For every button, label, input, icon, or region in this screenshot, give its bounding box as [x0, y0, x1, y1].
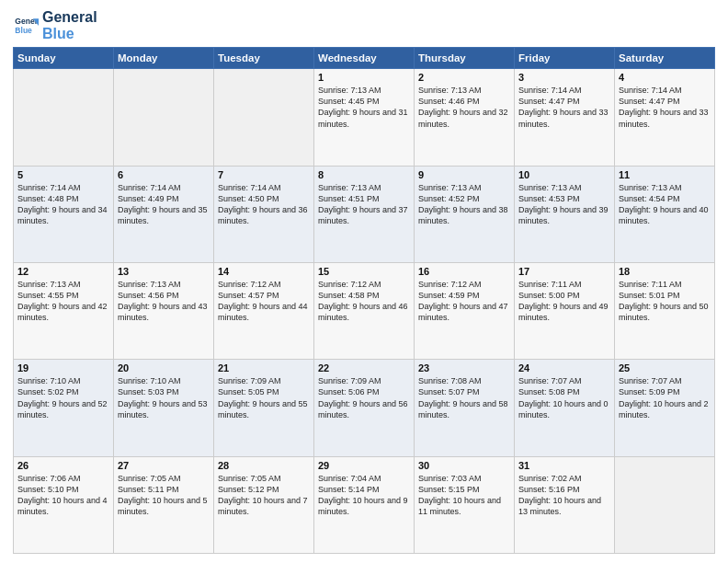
day-cell: 6Sunrise: 7:14 AM Sunset: 4:49 PM Daylig…	[114, 166, 214, 262]
day-cell: 14Sunrise: 7:12 AM Sunset: 4:57 PM Dayli…	[214, 262, 314, 359]
day-info: Sunrise: 7:06 AM Sunset: 5:10 PM Dayligh…	[17, 473, 109, 518]
week-row-3: 12Sunrise: 7:13 AM Sunset: 4:55 PM Dayli…	[14, 262, 715, 359]
day-info: Sunrise: 7:13 AM Sunset: 4:56 PM Dayligh…	[118, 279, 210, 324]
day-info: Sunrise: 7:10 AM Sunset: 5:02 PM Dayligh…	[17, 375, 109, 420]
day-info: Sunrise: 7:13 AM Sunset: 4:54 PM Dayligh…	[619, 182, 711, 227]
weekday-header-saturday: Saturday	[615, 48, 715, 69]
day-number: 11	[619, 169, 711, 180]
day-info: Sunrise: 7:10 AM Sunset: 5:03 PM Dayligh…	[118, 375, 210, 420]
day-number: 27	[118, 460, 210, 471]
day-info: Sunrise: 7:02 AM Sunset: 5:16 PM Dayligh…	[518, 473, 610, 518]
day-number: 28	[218, 460, 310, 471]
day-info: Sunrise: 7:13 AM Sunset: 4:45 PM Dayligh…	[318, 85, 410, 130]
day-info: Sunrise: 7:14 AM Sunset: 4:50 PM Dayligh…	[218, 182, 310, 227]
day-number: 7	[218, 169, 310, 180]
day-info: Sunrise: 7:14 AM Sunset: 4:47 PM Dayligh…	[619, 85, 711, 130]
day-info: Sunrise: 7:07 AM Sunset: 5:09 PM Dayligh…	[619, 375, 711, 420]
calendar-table: SundayMondayTuesdayWednesdayThursdayFrid…	[13, 47, 715, 554]
day-cell: 5Sunrise: 7:14 AM Sunset: 4:48 PM Daylig…	[14, 166, 114, 262]
day-info: Sunrise: 7:05 AM Sunset: 5:12 PM Dayligh…	[218, 473, 310, 518]
day-number: 16	[418, 266, 510, 277]
day-info: Sunrise: 7:14 AM Sunset: 4:47 PM Dayligh…	[518, 85, 610, 130]
day-cell: 25Sunrise: 7:07 AM Sunset: 5:09 PM Dayli…	[615, 360, 715, 456]
page: General Blue General Blue SundayMondayTu…	[0, 0, 728, 563]
day-cell: 26Sunrise: 7:06 AM Sunset: 5:10 PM Dayli…	[14, 456, 114, 553]
logo-text: General Blue	[42, 9, 97, 41]
day-cell: 2Sunrise: 7:13 AM Sunset: 4:46 PM Daylig…	[415, 69, 515, 166]
logo: General Blue General Blue	[13, 9, 97, 41]
day-number: 2	[418, 72, 510, 83]
day-cell	[214, 69, 314, 166]
day-number: 18	[619, 266, 711, 277]
day-info: Sunrise: 7:13 AM Sunset: 4:52 PM Dayligh…	[418, 182, 510, 227]
day-info: Sunrise: 7:11 AM Sunset: 5:00 PM Dayligh…	[518, 279, 610, 324]
day-info: Sunrise: 7:04 AM Sunset: 5:14 PM Dayligh…	[318, 473, 410, 518]
day-cell	[615, 456, 715, 553]
weekday-header-sunday: Sunday	[14, 48, 114, 69]
day-cell: 19Sunrise: 7:10 AM Sunset: 5:02 PM Dayli…	[14, 360, 114, 456]
day-cell: 28Sunrise: 7:05 AM Sunset: 5:12 PM Dayli…	[214, 456, 314, 553]
day-cell: 22Sunrise: 7:09 AM Sunset: 5:06 PM Dayli…	[314, 360, 415, 456]
header: General Blue General Blue	[13, 9, 715, 41]
day-cell: 12Sunrise: 7:13 AM Sunset: 4:55 PM Dayli…	[14, 262, 114, 359]
day-number: 21	[218, 362, 310, 373]
day-cell: 29Sunrise: 7:04 AM Sunset: 5:14 PM Dayli…	[314, 456, 415, 553]
day-info: Sunrise: 7:13 AM Sunset: 4:46 PM Dayligh…	[418, 85, 510, 130]
day-info: Sunrise: 7:14 AM Sunset: 4:48 PM Dayligh…	[17, 182, 109, 227]
day-number: 17	[518, 266, 610, 277]
day-info: Sunrise: 7:07 AM Sunset: 5:08 PM Dayligh…	[518, 375, 610, 420]
day-number: 22	[318, 362, 410, 373]
day-number: 13	[118, 266, 210, 277]
day-cell: 30Sunrise: 7:03 AM Sunset: 5:15 PM Dayli…	[415, 456, 515, 553]
day-info: Sunrise: 7:12 AM Sunset: 4:58 PM Dayligh…	[318, 279, 410, 324]
day-cell: 8Sunrise: 7:13 AM Sunset: 4:51 PM Daylig…	[314, 166, 415, 262]
day-cell: 23Sunrise: 7:08 AM Sunset: 5:07 PM Dayli…	[415, 360, 515, 456]
day-info: Sunrise: 7:14 AM Sunset: 4:49 PM Dayligh…	[118, 182, 210, 227]
weekday-header-monday: Monday	[114, 48, 214, 69]
day-info: Sunrise: 7:05 AM Sunset: 5:11 PM Dayligh…	[118, 473, 210, 518]
day-info: Sunrise: 7:13 AM Sunset: 4:51 PM Dayligh…	[318, 182, 410, 227]
day-info: Sunrise: 7:09 AM Sunset: 5:05 PM Dayligh…	[218, 375, 310, 420]
day-number: 14	[218, 266, 310, 277]
weekday-header-tuesday: Tuesday	[214, 48, 314, 69]
day-number: 6	[118, 169, 210, 180]
day-cell: 31Sunrise: 7:02 AM Sunset: 5:16 PM Dayli…	[515, 456, 615, 553]
day-cell: 13Sunrise: 7:13 AM Sunset: 4:56 PM Dayli…	[114, 262, 214, 359]
day-info: Sunrise: 7:13 AM Sunset: 4:55 PM Dayligh…	[17, 279, 109, 324]
svg-text:General: General	[15, 17, 39, 26]
day-number: 3	[518, 72, 610, 83]
day-number: 1	[318, 72, 410, 83]
day-number: 23	[418, 362, 510, 373]
day-info: Sunrise: 7:12 AM Sunset: 4:57 PM Dayligh…	[218, 279, 310, 324]
day-number: 12	[17, 266, 109, 277]
day-cell	[14, 69, 114, 166]
day-info: Sunrise: 7:11 AM Sunset: 5:01 PM Dayligh…	[619, 279, 711, 324]
day-info: Sunrise: 7:08 AM Sunset: 5:07 PM Dayligh…	[418, 375, 510, 420]
day-number: 5	[17, 169, 109, 180]
day-cell: 18Sunrise: 7:11 AM Sunset: 5:01 PM Dayli…	[615, 262, 715, 359]
day-cell	[114, 69, 214, 166]
day-cell: 3Sunrise: 7:14 AM Sunset: 4:47 PM Daylig…	[515, 69, 615, 166]
day-cell: 4Sunrise: 7:14 AM Sunset: 4:47 PM Daylig…	[615, 69, 715, 166]
day-number: 8	[318, 169, 410, 180]
logo-icon: General Blue	[13, 13, 39, 39]
day-number: 30	[418, 460, 510, 471]
weekday-header-thursday: Thursday	[415, 48, 515, 69]
day-cell: 27Sunrise: 7:05 AM Sunset: 5:11 PM Dayli…	[114, 456, 214, 553]
day-number: 29	[318, 460, 410, 471]
svg-text:Blue: Blue	[15, 25, 32, 34]
weekday-header-row: SundayMondayTuesdayWednesdayThursdayFrid…	[14, 48, 715, 69]
day-info: Sunrise: 7:09 AM Sunset: 5:06 PM Dayligh…	[318, 375, 410, 420]
day-number: 9	[418, 169, 510, 180]
day-info: Sunrise: 7:12 AM Sunset: 4:59 PM Dayligh…	[418, 279, 510, 324]
day-info: Sunrise: 7:03 AM Sunset: 5:15 PM Dayligh…	[418, 473, 510, 518]
day-number: 25	[619, 362, 711, 373]
day-cell: 11Sunrise: 7:13 AM Sunset: 4:54 PM Dayli…	[615, 166, 715, 262]
day-cell: 17Sunrise: 7:11 AM Sunset: 5:00 PM Dayli…	[515, 262, 615, 359]
day-number: 19	[17, 362, 109, 373]
day-cell: 10Sunrise: 7:13 AM Sunset: 4:53 PM Dayli…	[515, 166, 615, 262]
day-cell: 7Sunrise: 7:14 AM Sunset: 4:50 PM Daylig…	[214, 166, 314, 262]
day-cell: 24Sunrise: 7:07 AM Sunset: 5:08 PM Dayli…	[515, 360, 615, 456]
day-cell: 15Sunrise: 7:12 AM Sunset: 4:58 PM Dayli…	[314, 262, 415, 359]
day-info: Sunrise: 7:13 AM Sunset: 4:53 PM Dayligh…	[518, 182, 610, 227]
